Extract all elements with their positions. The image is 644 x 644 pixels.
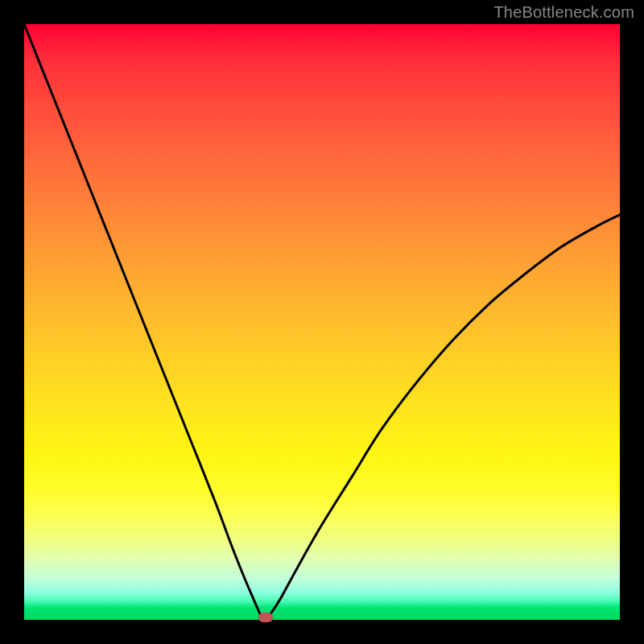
bottleneck-curve [24, 24, 620, 620]
plot-area [24, 24, 620, 620]
watermark-text: TheBottleneck.com [493, 3, 634, 22]
chart-frame: TheBottleneck.com [0, 0, 644, 644]
optimum-marker [258, 613, 273, 622]
